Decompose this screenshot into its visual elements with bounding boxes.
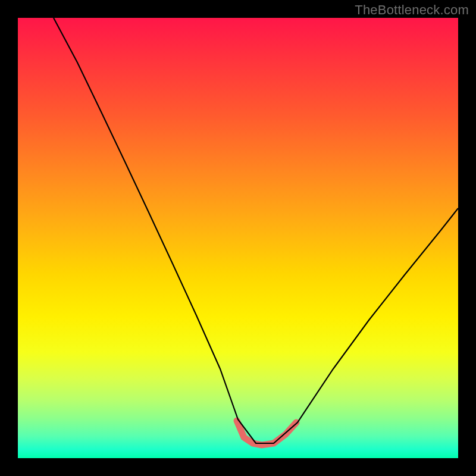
highlight-segment [237,421,296,445]
curve-layer [18,18,458,458]
watermark-text: TheBottleneck.com [355,2,469,18]
chart-frame: TheBottleneck.com [0,0,476,476]
plot-area [18,18,458,458]
bottleneck-curve [54,18,458,443]
